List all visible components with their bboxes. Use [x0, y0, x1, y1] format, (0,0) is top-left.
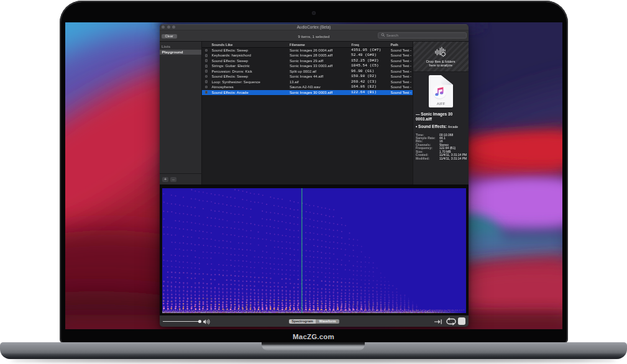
svg-text:AIFF: AIFF	[437, 101, 446, 105]
